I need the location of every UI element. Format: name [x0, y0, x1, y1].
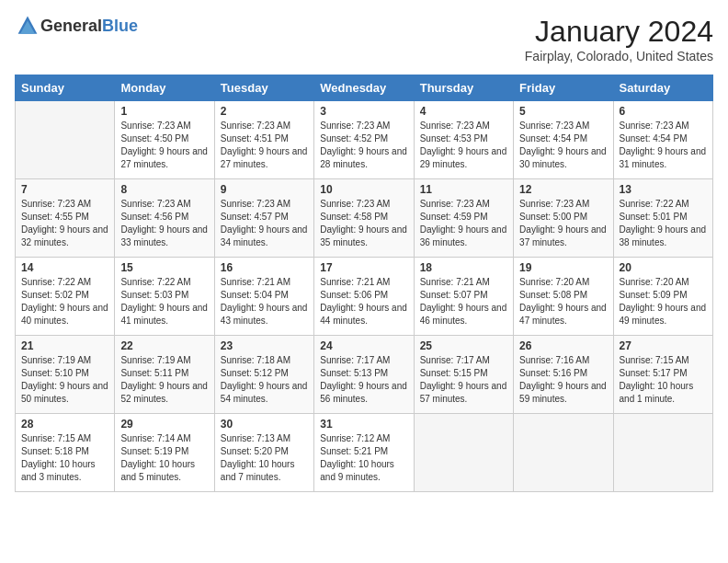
calendar-cell: [16, 101, 115, 179]
cell-info: Sunrise: 7:23 AMSunset: 4:50 PMDaylight:…: [120, 121, 208, 169]
day-number: 12: [519, 183, 607, 196]
day-number: 22: [120, 339, 208, 352]
calendar-week-5: 28Sunrise: 7:15 AMSunset: 5:18 PMDayligh…: [16, 414, 713, 492]
cell-info: Sunrise: 7:22 AMSunset: 5:03 PMDaylight:…: [120, 277, 208, 326]
calendar-cell: [414, 414, 513, 492]
cell-info: Sunrise: 7:23 AMSunset: 4:55 PMDaylight:…: [21, 199, 108, 247]
calendar-cell: 13Sunrise: 7:22 AMSunset: 5:01 PMDayligh…: [613, 179, 712, 258]
calendar-header: SundayMondayTuesdayWednesdayThursdayFrid…: [16, 75, 713, 101]
cell-info: Sunrise: 7:21 AMSunset: 5:07 PMDaylight:…: [420, 277, 507, 326]
calendar-body: 1Sunrise: 7:23 AMSunset: 4:50 PMDaylight…: [16, 101, 713, 492]
day-number: 24: [320, 339, 407, 352]
calendar-cell: 12Sunrise: 7:23 AMSunset: 5:00 PMDayligh…: [514, 179, 613, 258]
header-day-monday: Monday: [115, 75, 214, 101]
general-blue-logo-icon: [17, 15, 39, 37]
calendar-cell: 9Sunrise: 7:23 AMSunset: 4:57 PMDaylight…: [214, 179, 313, 258]
cell-info: Sunrise: 7:15 AMSunset: 5:18 PMDaylight:…: [21, 433, 96, 482]
calendar-cell: 11Sunrise: 7:23 AMSunset: 4:59 PMDayligh…: [414, 179, 513, 258]
day-number: 14: [21, 261, 108, 274]
cell-info: Sunrise: 7:12 AMSunset: 5:21 PMDaylight:…: [320, 433, 394, 482]
cell-info: Sunrise: 7:21 AMSunset: 5:06 PMDaylight:…: [320, 277, 407, 326]
cell-info: Sunrise: 7:19 AMSunset: 5:11 PMDaylight:…: [120, 355, 208, 404]
day-number: 30: [221, 418, 308, 431]
day-number: 1: [120, 105, 208, 118]
cell-info: Sunrise: 7:23 AMSunset: 4:54 PMDaylight:…: [519, 121, 607, 169]
calendar-cell: 28Sunrise: 7:15 AMSunset: 5:18 PMDayligh…: [16, 414, 115, 492]
calendar-week-1: 1Sunrise: 7:23 AMSunset: 4:50 PMDaylight…: [16, 101, 713, 179]
calendar-cell: 16Sunrise: 7:21 AMSunset: 5:04 PMDayligh…: [214, 258, 313, 336]
calendar-cell: 21Sunrise: 7:19 AMSunset: 5:10 PMDayligh…: [16, 336, 115, 414]
calendar-week-4: 21Sunrise: 7:19 AMSunset: 5:10 PMDayligh…: [16, 336, 713, 414]
day-number: 5: [519, 105, 607, 118]
calendar-cell: 7Sunrise: 7:23 AMSunset: 4:55 PMDaylight…: [16, 179, 115, 258]
day-number: 27: [620, 339, 707, 352]
day-number: 18: [420, 261, 507, 274]
day-number: 6: [620, 105, 707, 118]
calendar-cell: 19Sunrise: 7:20 AMSunset: 5:08 PMDayligh…: [514, 258, 613, 336]
day-number: 8: [120, 183, 208, 196]
cell-info: Sunrise: 7:23 AMSunset: 4:58 PMDaylight:…: [320, 199, 407, 247]
header-day-wednesday: Wednesday: [314, 75, 414, 101]
cell-info: Sunrise: 7:22 AMSunset: 5:02 PMDaylight:…: [21, 277, 108, 326]
cell-info: Sunrise: 7:23 AMSunset: 5:00 PMDaylight:…: [519, 199, 607, 247]
calendar-cell: 2Sunrise: 7:23 AMSunset: 4:51 PMDaylight…: [214, 101, 313, 179]
calendar-cell: 6Sunrise: 7:23 AMSunset: 4:54 PMDaylight…: [613, 101, 712, 179]
calendar-cell: 10Sunrise: 7:23 AMSunset: 4:58 PMDayligh…: [314, 179, 414, 258]
calendar-cell: 8Sunrise: 7:23 AMSunset: 4:56 PMDaylight…: [115, 179, 214, 258]
day-number: 31: [320, 418, 407, 431]
calendar-cell: 18Sunrise: 7:21 AMSunset: 5:07 PMDayligh…: [414, 258, 513, 336]
day-number: 25: [420, 339, 507, 352]
cell-info: Sunrise: 7:17 AMSunset: 5:13 PMDaylight:…: [320, 355, 407, 404]
calendar-cell: 5Sunrise: 7:23 AMSunset: 4:54 PMDaylight…: [514, 101, 613, 179]
day-number: 2: [221, 105, 308, 118]
cell-info: Sunrise: 7:16 AMSunset: 5:16 PMDaylight:…: [519, 355, 607, 404]
calendar-week-3: 14Sunrise: 7:22 AMSunset: 5:02 PMDayligh…: [16, 258, 713, 336]
location-subtitle: Fairplay, Colorado, United States: [525, 49, 713, 63]
cell-info: Sunrise: 7:20 AMSunset: 5:09 PMDaylight:…: [620, 277, 707, 326]
calendar-cell: 20Sunrise: 7:20 AMSunset: 5:09 PMDayligh…: [613, 258, 712, 336]
day-number: 15: [120, 261, 208, 274]
day-number: 20: [620, 261, 707, 274]
header-day-saturday: Saturday: [613, 75, 712, 101]
cell-info: Sunrise: 7:17 AMSunset: 5:15 PMDaylight:…: [420, 355, 507, 404]
day-number: 28: [21, 418, 108, 431]
calendar-cell: 1Sunrise: 7:23 AMSunset: 4:50 PMDaylight…: [115, 101, 214, 179]
calendar-cell: 4Sunrise: 7:23 AMSunset: 4:53 PMDaylight…: [414, 101, 513, 179]
cell-info: Sunrise: 7:23 AMSunset: 4:52 PMDaylight:…: [320, 121, 407, 169]
page-header: GeneralBlue January 2024 Fairplay, Color…: [15, 15, 713, 63]
day-number: 13: [620, 183, 707, 196]
logo-blue-text: Blue: [102, 17, 138, 35]
header-day-sunday: Sunday: [16, 75, 115, 101]
calendar-cell: [613, 414, 712, 492]
cell-info: Sunrise: 7:23 AMSunset: 4:51 PMDaylight:…: [221, 121, 308, 169]
calendar-cell: 23Sunrise: 7:18 AMSunset: 5:12 PMDayligh…: [214, 336, 313, 414]
day-number: 23: [221, 339, 308, 352]
calendar-cell: 22Sunrise: 7:19 AMSunset: 5:11 PMDayligh…: [115, 336, 214, 414]
calendar-cell: 29Sunrise: 7:14 AMSunset: 5:19 PMDayligh…: [115, 414, 214, 492]
calendar-week-2: 7Sunrise: 7:23 AMSunset: 4:55 PMDaylight…: [16, 179, 713, 258]
calendar-cell: 14Sunrise: 7:22 AMSunset: 5:02 PMDayligh…: [16, 258, 115, 336]
calendar-cell: 17Sunrise: 7:21 AMSunset: 5:06 PMDayligh…: [314, 258, 414, 336]
header-row: SundayMondayTuesdayWednesdayThursdayFrid…: [16, 75, 713, 101]
day-number: 17: [320, 261, 407, 274]
day-number: 9: [221, 183, 308, 196]
cell-info: Sunrise: 7:22 AMSunset: 5:01 PMDaylight:…: [620, 199, 707, 247]
calendar-cell: 3Sunrise: 7:23 AMSunset: 4:52 PMDaylight…: [314, 101, 414, 179]
header-day-tuesday: Tuesday: [214, 75, 313, 101]
day-number: 16: [221, 261, 308, 274]
title-block: January 2024 Fairplay, Colorado, United …: [525, 15, 713, 63]
day-number: 3: [320, 105, 407, 118]
cell-info: Sunrise: 7:23 AMSunset: 4:56 PMDaylight:…: [120, 199, 208, 247]
header-day-friday: Friday: [514, 75, 613, 101]
day-number: 21: [21, 339, 108, 352]
cell-info: Sunrise: 7:23 AMSunset: 4:53 PMDaylight:…: [420, 121, 507, 169]
calendar-cell: 15Sunrise: 7:22 AMSunset: 5:03 PMDayligh…: [115, 258, 214, 336]
day-number: 7: [21, 183, 108, 196]
header-day-thursday: Thursday: [414, 75, 513, 101]
day-number: 29: [120, 418, 208, 431]
cell-info: Sunrise: 7:14 AMSunset: 5:19 PMDaylight:…: [120, 433, 195, 482]
cell-info: Sunrise: 7:13 AMSunset: 5:20 PMDaylight:…: [221, 433, 295, 482]
cell-info: Sunrise: 7:23 AMSunset: 4:59 PMDaylight:…: [420, 199, 507, 247]
day-number: 10: [320, 183, 407, 196]
day-number: 11: [420, 183, 507, 196]
